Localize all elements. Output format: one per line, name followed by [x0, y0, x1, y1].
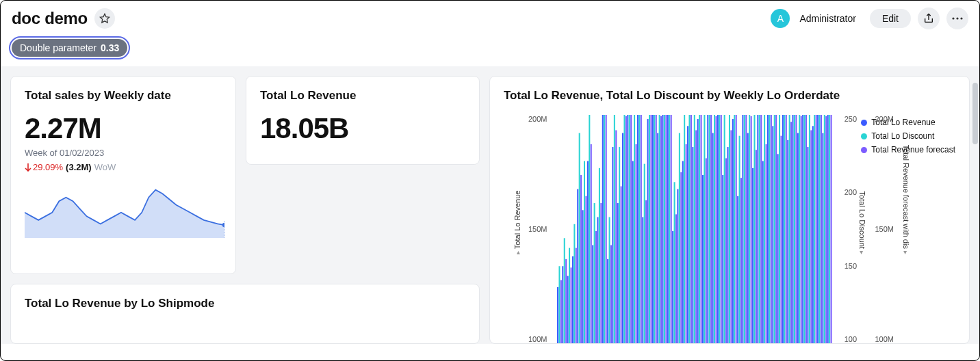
more-button[interactable]: [946, 8, 968, 29]
svg-rect-18: [577, 189, 578, 343]
svg-rect-102: [717, 115, 719, 343]
svg-rect-34: [604, 115, 605, 343]
svg-rect-124: [753, 115, 755, 343]
delta-percent: 29.09%: [33, 162, 63, 172]
legend-dot-icon: [861, 147, 867, 153]
svg-rect-151: [799, 115, 800, 343]
svg-rect-39: [612, 147, 613, 343]
svg-rect-50: [630, 115, 632, 343]
card-title: Total Lo Revenue: [260, 89, 465, 103]
svg-rect-122: [751, 116, 752, 343]
svg-rect-88: [694, 115, 695, 343]
svg-rect-26: [591, 144, 592, 343]
svg-rect-53: [636, 144, 637, 343]
svg-rect-33: [602, 115, 604, 343]
svg-rect-111: [732, 119, 734, 343]
svg-rect-10: [564, 238, 565, 343]
svg-rect-32: [600, 203, 602, 343]
svg-rect-83: [686, 144, 687, 343]
svg-rect-101: [715, 116, 717, 343]
svg-rect-70: [664, 115, 665, 343]
svg-rect-153: [802, 115, 803, 343]
svg-rect-17: [576, 248, 577, 343]
delta-suffix: WoW: [94, 162, 116, 172]
svg-rect-82: [684, 115, 685, 343]
svg-rect-162: [817, 115, 818, 343]
svg-rect-52: [634, 115, 635, 343]
svg-rect-119: [745, 115, 747, 343]
svg-rect-145: [789, 115, 790, 343]
card-title: Total Lo Revenue by Lo Shipmode: [25, 297, 465, 310]
svg-rect-25: [589, 115, 590, 343]
svg-rect-121: [749, 115, 750, 343]
page-title: doc demo: [12, 9, 88, 28]
svg-rect-170: [831, 115, 832, 343]
svg-rect-125: [756, 150, 757, 343]
svg-rect-31: [599, 168, 600, 343]
scrollbar-thumb[interactable]: [972, 83, 978, 144]
svg-rect-85: [688, 115, 690, 343]
svg-rect-48: [627, 115, 628, 343]
svg-rect-86: [691, 115, 692, 343]
svg-rect-94: [704, 115, 705, 343]
svg-rect-158: [810, 130, 812, 343]
legend-dot-icon: [861, 133, 867, 139]
svg-rect-69: [662, 115, 663, 343]
svg-rect-156: [807, 147, 808, 343]
parameter-row: Double parameter 0.33: [1, 32, 979, 66]
card-title: Total Lo Revenue, Total Lo Discount by W…: [504, 89, 955, 103]
svg-rect-54: [637, 115, 639, 343]
svg-rect-133: [769, 115, 770, 343]
card-total-lo-revenue[interactable]: Total Lo Revenue 18.05B: [246, 76, 480, 165]
svg-rect-38: [610, 245, 612, 343]
svg-rect-106: [724, 115, 725, 343]
svg-rect-107: [725, 158, 727, 343]
chart-plot-area: 200M 150M 100M 250 200 150 100 200M 150M…: [528, 115, 832, 343]
svg-rect-77: [675, 214, 677, 343]
svg-rect-130: [764, 115, 765, 343]
svg-rect-6: [557, 287, 558, 343]
svg-rect-116: [740, 178, 742, 343]
svg-rect-141: [782, 115, 784, 343]
legend-dot-icon: [861, 120, 867, 126]
card-revenue-by-shipmode[interactable]: Total Lo Revenue by Lo Shipmode: [10, 284, 480, 344]
y-axis-left-label: ▸ Total Lo Revenue: [513, 191, 521, 254]
svg-point-2: [956, 17, 958, 19]
svg-rect-128: [760, 115, 762, 343]
svg-rect-157: [809, 115, 810, 343]
svg-rect-169: [829, 115, 830, 343]
delta-down: 29.09%: [25, 162, 63, 172]
card-revenue-discount-by-orderdate[interactable]: Total Lo Revenue, Total Lo Discount by W…: [489, 76, 970, 344]
svg-rect-90: [697, 119, 699, 343]
sparkline: [25, 179, 222, 241]
svg-rect-89: [695, 130, 697, 343]
svg-rect-59: [645, 200, 647, 343]
arrow-down-icon: [25, 163, 31, 172]
svg-rect-126: [757, 115, 758, 343]
parameter-chip[interactable]: Double parameter 0.33: [12, 39, 127, 57]
svg-rect-73: [669, 115, 670, 343]
share-button[interactable]: [918, 8, 940, 29]
more-icon: [952, 17, 963, 20]
svg-rect-108: [727, 147, 729, 343]
avatar[interactable]: A: [771, 9, 790, 28]
svg-point-3: [960, 17, 962, 19]
svg-rect-105: [722, 175, 723, 343]
svg-rect-165: [822, 133, 823, 343]
svg-rect-95: [706, 158, 707, 343]
card-total-sales[interactable]: Total sales by Weekly date 2.27M Week of…: [10, 76, 236, 274]
svg-rect-56: [641, 115, 642, 343]
svg-rect-98: [710, 115, 712, 343]
svg-rect-155: [805, 115, 807, 343]
svg-rect-67: [659, 115, 660, 343]
card-title: Total sales by Weekly date: [25, 89, 222, 103]
svg-rect-137: [775, 115, 777, 343]
svg-rect-24: [587, 161, 589, 343]
svg-rect-140: [780, 136, 782, 343]
edit-button[interactable]: Edit: [870, 9, 911, 28]
svg-rect-37: [609, 217, 610, 343]
y-ticks-left: 200M 150M 100M: [528, 115, 550, 343]
svg-rect-71: [665, 115, 667, 343]
svg-rect-135: [772, 126, 773, 343]
favorite-button[interactable]: [94, 8, 115, 29]
